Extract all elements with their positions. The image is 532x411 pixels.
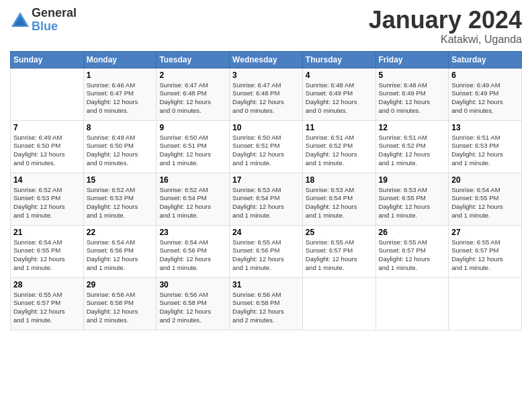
calendar-cell: 12Sunrise: 6:51 AMSunset: 6:52 PMDayligh… <box>375 120 449 173</box>
calendar-table: SundayMondayTuesdayWednesdayThursdayFrid… <box>10 51 522 330</box>
day-number: 29 <box>87 280 154 289</box>
title-section: January 2024 Katakwi, Uganda <box>369 7 522 46</box>
page: General Blue January 2024 Katakwi, Ugand… <box>0 0 532 337</box>
calendar-cell: 3Sunrise: 6:47 AMSunset: 6:48 PMDaylight… <box>230 68 303 120</box>
day-info: Sunrise: 6:56 AMSunset: 6:58 PMDaylight:… <box>159 291 226 325</box>
calendar-header: SundayMondayTuesdayWednesdayThursdayFrid… <box>11 51 522 68</box>
header: General Blue January 2024 Katakwi, Ugand… <box>10 7 522 46</box>
day-number: 28 <box>13 280 81 289</box>
day-number: 12 <box>379 123 446 132</box>
calendar-cell: 7Sunrise: 6:49 AMSunset: 6:50 PMDaylight… <box>11 120 84 173</box>
day-header-friday: Friday <box>375 51 449 68</box>
week-row-4: 28Sunrise: 6:55 AMSunset: 6:57 PMDayligh… <box>11 277 522 330</box>
day-number: 22 <box>87 228 154 237</box>
day-number: 8 <box>87 123 154 132</box>
calendar-cell: 30Sunrise: 6:56 AMSunset: 6:58 PMDayligh… <box>157 277 230 330</box>
day-number: 21 <box>13 228 81 237</box>
calendar-cell: 9Sunrise: 6:50 AMSunset: 6:51 PMDaylight… <box>157 120 230 173</box>
calendar-cell: 17Sunrise: 6:53 AMSunset: 6:54 PMDayligh… <box>230 173 303 225</box>
day-info: Sunrise: 6:49 AMSunset: 6:50 PMDaylight:… <box>87 134 154 168</box>
day-info: Sunrise: 6:55 AMSunset: 6:57 PMDaylight:… <box>379 238 446 273</box>
day-number: 20 <box>451 175 519 185</box>
day-number: 6 <box>451 71 519 80</box>
day-number: 18 <box>306 175 373 185</box>
day-info: Sunrise: 6:53 AMSunset: 6:54 PMDaylight:… <box>306 186 373 220</box>
day-info: Sunrise: 6:55 AMSunset: 6:57 PMDaylight:… <box>451 238 519 273</box>
day-info: Sunrise: 6:48 AMSunset: 6:49 PMDaylight:… <box>379 81 446 116</box>
day-number: 16 <box>159 175 226 185</box>
calendar-cell <box>449 277 522 330</box>
calendar-cell <box>11 68 84 120</box>
calendar-cell: 25Sunrise: 6:55 AMSunset: 6:57 PMDayligh… <box>302 225 375 277</box>
calendar-cell: 26Sunrise: 6:55 AMSunset: 6:57 PMDayligh… <box>375 225 449 277</box>
day-info: Sunrise: 6:56 AMSunset: 6:58 PMDaylight:… <box>232 291 300 325</box>
day-header-tuesday: Tuesday <box>157 51 230 68</box>
calendar-cell: 16Sunrise: 6:52 AMSunset: 6:54 PMDayligh… <box>157 173 230 225</box>
day-number: 14 <box>13 175 81 185</box>
calendar-cell: 28Sunrise: 6:55 AMSunset: 6:57 PMDayligh… <box>11 277 84 330</box>
location: Katakwi, Uganda <box>369 34 522 46</box>
calendar-cell: 18Sunrise: 6:53 AMSunset: 6:54 PMDayligh… <box>302 173 375 225</box>
calendar-cell: 24Sunrise: 6:55 AMSunset: 6:56 PMDayligh… <box>230 225 303 277</box>
calendar-cell: 4Sunrise: 6:48 AMSunset: 6:49 PMDaylight… <box>302 68 375 120</box>
calendar-cell: 5Sunrise: 6:48 AMSunset: 6:49 PMDaylight… <box>375 68 449 120</box>
day-number: 3 <box>232 71 300 80</box>
day-info: Sunrise: 6:47 AMSunset: 6:48 PMDaylight:… <box>232 81 300 116</box>
day-info: Sunrise: 6:55 AMSunset: 6:56 PMDaylight:… <box>232 238 300 273</box>
day-info: Sunrise: 6:53 AMSunset: 6:54 PMDaylight:… <box>232 186 300 220</box>
days-header-row: SundayMondayTuesdayWednesdayThursdayFrid… <box>11 51 522 68</box>
logo-icon <box>10 11 30 30</box>
calendar-cell: 21Sunrise: 6:54 AMSunset: 6:55 PMDayligh… <box>11 225 84 277</box>
week-row-0: 1Sunrise: 6:46 AMSunset: 6:47 PMDaylight… <box>11 68 522 120</box>
calendar-cell: 6Sunrise: 6:49 AMSunset: 6:49 PMDaylight… <box>449 68 522 120</box>
day-info: Sunrise: 6:52 AMSunset: 6:54 PMDaylight:… <box>159 186 226 220</box>
day-number: 17 <box>232 175 300 185</box>
day-info: Sunrise: 6:51 AMSunset: 6:52 PMDaylight:… <box>306 134 373 168</box>
day-number: 2 <box>159 71 226 80</box>
day-info: Sunrise: 6:49 AMSunset: 6:49 PMDaylight:… <box>451 81 519 116</box>
week-row-3: 21Sunrise: 6:54 AMSunset: 6:55 PMDayligh… <box>11 225 522 277</box>
week-row-2: 14Sunrise: 6:52 AMSunset: 6:53 PMDayligh… <box>11 173 522 225</box>
day-number: 10 <box>232 123 300 132</box>
calendar-cell: 11Sunrise: 6:51 AMSunset: 6:52 PMDayligh… <box>302 120 375 173</box>
day-info: Sunrise: 6:50 AMSunset: 6:51 PMDaylight:… <box>232 134 300 168</box>
calendar-cell: 15Sunrise: 6:52 AMSunset: 6:53 PMDayligh… <box>83 173 157 225</box>
month-title: January 2024 <box>369 7 522 34</box>
day-info: Sunrise: 6:54 AMSunset: 6:56 PMDaylight:… <box>87 238 154 273</box>
day-info: Sunrise: 6:55 AMSunset: 6:57 PMDaylight:… <box>13 291 81 325</box>
day-info: Sunrise: 6:48 AMSunset: 6:49 PMDaylight:… <box>306 81 373 116</box>
logo-blue: Blue <box>32 20 77 34</box>
day-number: 11 <box>306 123 373 132</box>
day-header-thursday: Thursday <box>302 51 375 68</box>
logo: General Blue <box>10 7 77 34</box>
day-info: Sunrise: 6:51 AMSunset: 6:53 PMDaylight:… <box>451 134 519 168</box>
calendar-cell <box>375 277 449 330</box>
calendar-cell: 2Sunrise: 6:47 AMSunset: 6:48 PMDaylight… <box>157 68 230 120</box>
calendar-cell: 13Sunrise: 6:51 AMSunset: 6:53 PMDayligh… <box>449 120 522 173</box>
day-number: 26 <box>379 228 446 237</box>
day-header-sunday: Sunday <box>11 51 84 68</box>
day-number: 4 <box>306 71 373 80</box>
day-info: Sunrise: 6:54 AMSunset: 6:56 PMDaylight:… <box>159 238 226 273</box>
day-info: Sunrise: 6:49 AMSunset: 6:50 PMDaylight:… <box>13 134 81 168</box>
day-number: 7 <box>13 123 81 132</box>
day-number: 5 <box>379 71 446 80</box>
day-info: Sunrise: 6:54 AMSunset: 6:55 PMDaylight:… <box>451 186 519 220</box>
day-number: 1 <box>87 71 154 80</box>
day-info: Sunrise: 6:54 AMSunset: 6:55 PMDaylight:… <box>13 238 81 273</box>
week-row-1: 7Sunrise: 6:49 AMSunset: 6:50 PMDaylight… <box>11 120 522 173</box>
day-header-monday: Monday <box>83 51 157 68</box>
day-number: 15 <box>87 175 154 185</box>
day-info: Sunrise: 6:52 AMSunset: 6:53 PMDaylight:… <box>87 186 154 220</box>
day-header-wednesday: Wednesday <box>230 51 303 68</box>
logo-general: General <box>32 7 77 20</box>
calendar-body: 1Sunrise: 6:46 AMSunset: 6:47 PMDaylight… <box>11 68 522 330</box>
calendar-cell: 23Sunrise: 6:54 AMSunset: 6:56 PMDayligh… <box>157 225 230 277</box>
day-info: Sunrise: 6:51 AMSunset: 6:52 PMDaylight:… <box>379 134 446 168</box>
day-info: Sunrise: 6:50 AMSunset: 6:51 PMDaylight:… <box>159 134 226 168</box>
day-info: Sunrise: 6:53 AMSunset: 6:55 PMDaylight:… <box>379 186 446 220</box>
calendar-cell: 31Sunrise: 6:56 AMSunset: 6:58 PMDayligh… <box>230 277 303 330</box>
day-info: Sunrise: 6:56 AMSunset: 6:58 PMDaylight:… <box>87 291 154 325</box>
day-info: Sunrise: 6:55 AMSunset: 6:57 PMDaylight:… <box>306 238 373 273</box>
day-number: 23 <box>159 228 226 237</box>
